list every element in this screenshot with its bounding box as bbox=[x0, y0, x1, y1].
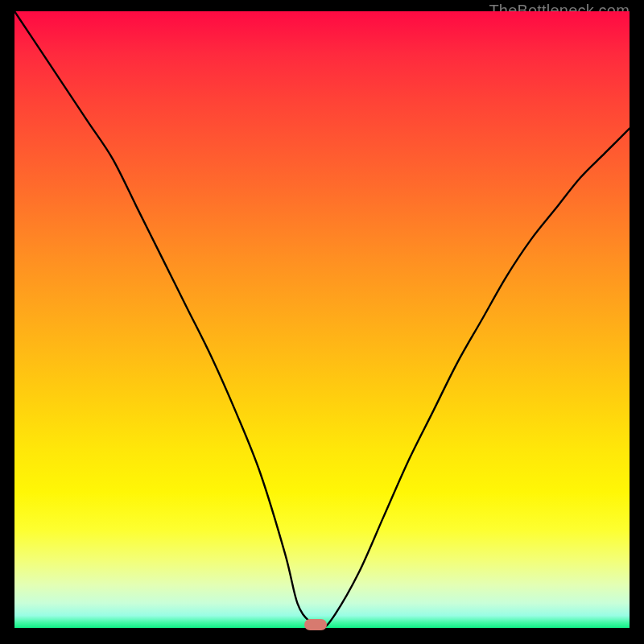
bottleneck-curve-path bbox=[14, 11, 630, 628]
curve-layer bbox=[14, 11, 630, 628]
plot-area bbox=[14, 11, 630, 628]
min-marker bbox=[304, 619, 327, 630]
chart-stage: TheBottleneck.com bbox=[0, 0, 644, 644]
